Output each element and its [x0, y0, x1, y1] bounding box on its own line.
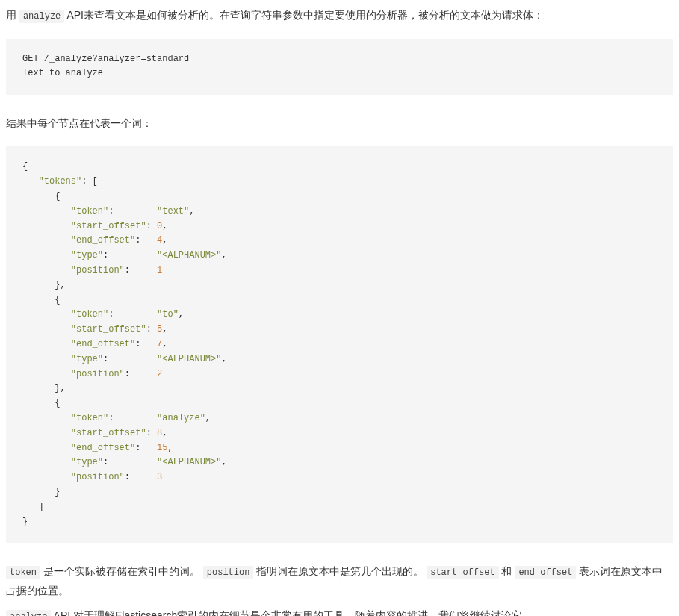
inline-code-end-offset: end_offset [515, 566, 576, 579]
json-response-code-block: { "tokens": [ { "token": "text", "start_… [6, 146, 673, 543]
para1-prefix: 用 [6, 9, 19, 21]
inline-code-start-offset: start_offset [427, 566, 498, 579]
para3-text3: 和 [499, 565, 515, 577]
para3-text1: 是一个实际被存储在索引中的词。 [40, 565, 203, 577]
para3-text2: 指明词在原文本中是第几个出现的。 [253, 565, 427, 577]
request-code-block: GET /_analyze?analyzer=standard Text to … [6, 39, 673, 96]
inline-code-token: token [6, 566, 40, 579]
inline-code-position: position [203, 566, 254, 579]
intro-paragraph: 用 analyze API来查看文本是如何被分析的。在查询字符串参数中指定要使用… [6, 6, 673, 25]
closing-paragraph: analyze API 对于理解Elasticsearch索引的内在细节是个非常… [6, 606, 673, 616]
para1-suffix: API来查看文本是如何被分析的。在查询字符串参数中指定要使用的分析器，被分析的文… [64, 9, 544, 21]
para4-text: API 对于理解Elasticsearch索引的内在细节是个非常有用的工具，随着… [51, 609, 533, 616]
inline-code-analyze: analyze [19, 10, 64, 23]
explanation-paragraph: token 是一个实际被存储在索引中的词。 position 指明词在原文本中是… [6, 562, 673, 600]
result-intro-paragraph: 结果中每个节点在代表一个词： [6, 114, 673, 133]
inline-code-analyze-2: analyze [6, 610, 51, 616]
